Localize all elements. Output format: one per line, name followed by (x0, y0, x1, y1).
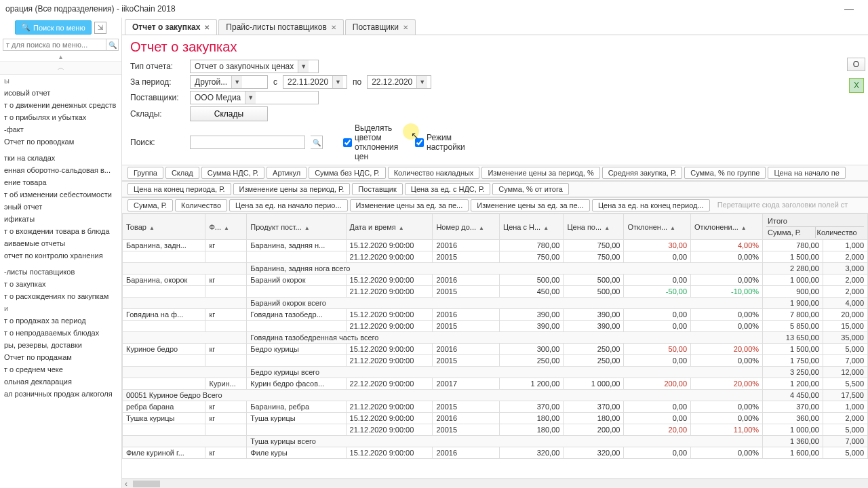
table-row[interactable]: Куриное бедрокгБедро курицы15.12.2020 9:… (123, 344, 868, 355)
sidebar-item[interactable]: т о закупках (0, 278, 121, 290)
sidebar-item[interactable]: т о непродаваемых блюдах (0, 327, 121, 339)
data-grid[interactable]: Товар▲Ф...▲Продукт пост...▲Дата и время▲… (122, 214, 868, 479)
column-header[interactable]: Номер до...▲ (433, 214, 500, 240)
table-row[interactable]: Бедро курицы всего3 250,0012,000 (123, 367, 868, 378)
column-chip[interactable]: Сумма НДС, Р. (201, 167, 264, 179)
checkbox-icon[interactable] (415, 138, 424, 147)
column-chip[interactable]: Сумма, % по группе (684, 167, 766, 179)
sidebar-scroll-up[interactable]: ︿ (0, 62, 121, 75)
column-header[interactable]: Цена с Н...▲ (500, 214, 564, 240)
column-chip[interactable]: Цена на начало пе (768, 167, 845, 179)
column-chip[interactable]: Цена за ед. на конец период... (592, 199, 710, 211)
sidebar-item[interactable]: тки на складах (0, 152, 121, 164)
column-chip[interactable]: Средняя закупка, Р. (602, 167, 683, 179)
search-go-button[interactable]: 🔍 (311, 136, 323, 149)
column-header[interactable]: Продукт пост...▲ (247, 214, 346, 240)
column-chip[interactable]: Сумма, % от итога (492, 183, 569, 195)
sidebar-item[interactable]: исовый отчет (0, 87, 121, 99)
table-row[interactable]: Бараний окорок всего1 900,004,000 (123, 298, 868, 309)
column-chip[interactable]: Изменение цены за период, % (481, 167, 599, 179)
table-row[interactable]: Баранина, окороккгБараний окорок15.12.20… (123, 274, 868, 286)
settings-mode-checkbox[interactable]: Режим настройки (415, 133, 469, 152)
sidebar-item[interactable]: ры, резервы, доставки (0, 339, 121, 351)
sidebar-filter-go[interactable]: 🔍 (106, 39, 119, 51)
table-row[interactable]: 21.12.2020 9:00:0020015250,00250,000,000… (123, 355, 868, 367)
column-chip[interactable]: Поставщик (352, 183, 402, 195)
sidebar-item[interactable]: ификаты (0, 213, 121, 225)
column-header[interactable]: Отклонени...▲ (691, 214, 763, 240)
column-header[interactable]: Товар▲ (123, 214, 205, 240)
column-chip[interactable]: Цена на конец периода, Р. (127, 183, 231, 195)
date-from-input[interactable]: 22.11.2020▼ (283, 75, 347, 89)
highlight-deviations-checkbox[interactable]: Выделять цветом отклонения цен (343, 123, 397, 161)
suppliers-select[interactable]: ООО Медиа▼ (190, 91, 319, 104)
table-row[interactable]: 21.12.2020 9:00:0020015450,00500,00-50,0… (123, 286, 868, 298)
table-row[interactable]: Говядина на ф...кгГовядина тазобедр...15… (123, 309, 868, 321)
sidebar-item[interactable]: эный отчет (0, 201, 121, 213)
table-row[interactable]: ребра баранакгБаранина, ребра21.12.2020 … (123, 401, 868, 413)
table-row[interactable]: Говядина тазобедренная часть всего13 650… (123, 332, 868, 344)
column-chip[interactable]: Склад (165, 167, 199, 179)
column-chip[interactable]: Изменение цены за ед. за пе... (350, 199, 469, 211)
close-icon[interactable]: ✕ (403, 24, 408, 31)
column-chip[interactable]: Сумма, Р. (127, 199, 173, 211)
column-header[interactable]: Цена по...▲ (564, 214, 624, 240)
column-header[interactable]: Дата и время▲ (346, 214, 433, 240)
minimize-button[interactable]: — (835, 3, 863, 14)
sidebar-item[interactable]: -листы поставщиков (0, 266, 121, 278)
sidebar-item[interactable]: т о вхождении товара в блюда (0, 225, 121, 237)
table-row[interactable]: Баранина, задняя нога всего2 280,003,000 (123, 263, 868, 274)
column-chip[interactable]: Цена за ед. на начало перио... (229, 199, 348, 211)
sidebar-item[interactable]: ение товара (0, 176, 121, 188)
column-chip[interactable]: Изменение цены за период, Р. (233, 183, 351, 195)
sidebar-item[interactable]: -факт (0, 123, 121, 136)
sidebar-item[interactable]: ал розничных продаж алкоголя (0, 388, 121, 400)
table-row[interactable]: Тушка курицыкгТуша курицы15.12.2020 9:00… (123, 413, 868, 424)
sidebar-item[interactable]: т о прибылях и убытках (0, 111, 121, 123)
close-icon[interactable]: ✕ (204, 24, 210, 31)
column-chip[interactable]: Сумма без НДС, Р. (309, 167, 386, 179)
tab[interactable]: Поставщики✕ (345, 19, 416, 35)
table-row[interactable]: 21.12.2020 9:00:0020015180,00200,0020,00… (123, 424, 868, 436)
column-header[interactable]: Отклонен...▲ (624, 214, 691, 240)
column-header[interactable]: Ф...▲ (205, 214, 247, 240)
column-chip[interactable]: Количество (175, 199, 227, 211)
search-input[interactable] (190, 136, 305, 149)
horizontal-scrollbar[interactable]: ‹ (122, 479, 868, 488)
sidebar-item[interactable]: Отчет по продажам (0, 351, 121, 363)
sidebar-item[interactable]: ольная декларация (0, 375, 121, 388)
sidebar-item[interactable]: отчет по контролю хранения (0, 249, 121, 262)
tab[interactable]: Отчет о закупках✕ (125, 19, 217, 35)
sidebar-item[interactable]: т о движении денежных средств (0, 99, 121, 111)
checkbox-icon[interactable] (343, 138, 352, 147)
period-select[interactable]: Другой...▼ (190, 75, 268, 89)
table-row[interactable]: Филе куриной г...кгФиле куры15.12.2020 9… (123, 447, 868, 459)
sidebar-collapse-up[interactable]: ▴ (0, 52, 121, 62)
table-row[interactable]: 21.12.2020 9:00:0020015390,00390,000,000… (123, 321, 868, 332)
table-row[interactable]: 21.12.2020 9:00:0020015750,00750,000,000… (123, 251, 868, 263)
column-chip[interactable]: Изменение цены за ед. за пе... (471, 199, 590, 211)
sidebar-item[interactable]: енная оборотно-сальдовая в... (0, 164, 121, 176)
sidebar-item[interactable]: т о расхождениях по закупкам (0, 290, 121, 302)
column-chip[interactable]: Артикул (267, 167, 307, 179)
tab[interactable]: Прайс-листы поставщиков✕ (218, 19, 343, 35)
column-chip[interactable]: Группа (127, 167, 163, 179)
pin-icon[interactable]: ⇲ (94, 22, 106, 34)
date-to-input[interactable]: 22.12.2020▼ (367, 75, 431, 89)
sidebar-item[interactable]: т о среднем чеке (0, 363, 121, 375)
column-chip[interactable]: Цена за ед. с НДС, Р. (405, 183, 490, 195)
close-icon[interactable]: ✕ (331, 24, 336, 31)
sidebar-item[interactable]: аиваемые отчеты (0, 237, 121, 249)
table-row[interactable]: Баранина, задн...кгБаранина, задняя н...… (123, 240, 868, 251)
sidebar-item[interactable]: т об изменении себестоимости (0, 188, 121, 201)
table-row[interactable]: 00051 Куриное бедро Всего4 450,0017,500 (123, 390, 868, 401)
column-chip[interactable]: Количество накладных (388, 167, 480, 179)
report-type-select[interactable]: Отчет о закупочных ценах▼ (190, 60, 319, 73)
sidebar-item[interactable]: Отчет по проводкам (0, 136, 121, 148)
sidebar-item[interactable]: т о продажах за период (0, 314, 121, 327)
sidebar-filter-input[interactable] (3, 39, 106, 51)
table-row[interactable]: Курин...Курин бедро фасов...22.12.2020 9… (123, 378, 868, 390)
menu-search-button[interactable]: 🔍 Поиск по меню (15, 20, 92, 35)
table-row[interactable]: Туша курицы всего1 360,007,000 (123, 436, 868, 447)
stores-button[interactable]: Склады (190, 106, 268, 121)
